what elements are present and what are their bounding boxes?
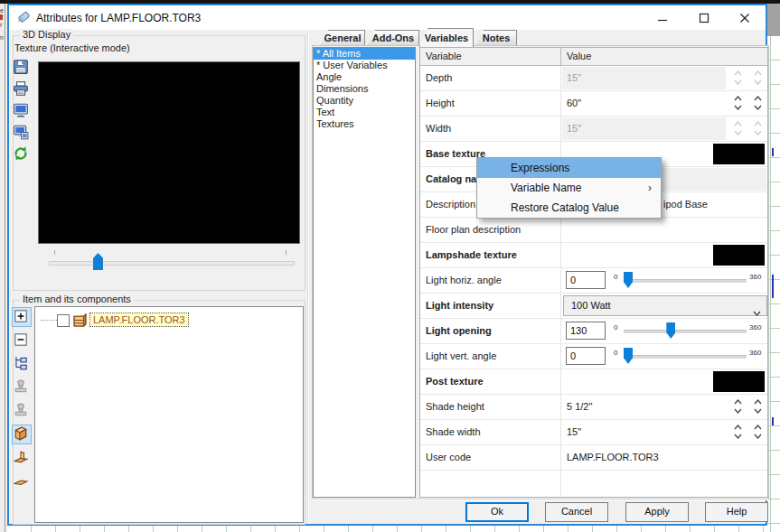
dialog-title: Attributes for LAMP.FLOOR.TOR3 <box>36 12 201 24</box>
preview-slider-track[interactable] <box>49 261 295 266</box>
spin-up-icon[interactable] <box>732 423 744 432</box>
spin-down-icon <box>752 78 764 87</box>
table-row: Light opening1300360 <box>420 319 767 344</box>
category-item[interactable]: * User Variables <box>314 60 415 71</box>
corner-3d-icon[interactable] <box>12 448 32 468</box>
display-icon[interactable] <box>12 101 32 121</box>
stamp-disabled-icon[interactable] <box>12 378 32 397</box>
texture-swatch[interactable] <box>713 371 765 392</box>
menu-item-restore-catalog-value[interactable]: Restore Catalog Value <box>477 198 661 218</box>
category-item[interactable]: Dimensions <box>314 83 415 95</box>
tab-variables[interactable]: Variables <box>419 28 474 47</box>
cube-3d-icon[interactable] <box>12 425 32 444</box>
dropdown-value: 100 Watt <box>571 300 611 311</box>
close-icon[interactable] <box>738 11 752 25</box>
slider-track[interactable] <box>624 330 747 333</box>
table-row: Height60" <box>420 91 767 117</box>
refresh-icon[interactable] <box>12 145 32 164</box>
screen: e r n Attributes for LAMP.FLOOR.TOR3 <box>0 0 780 532</box>
value-text[interactable]: 15" <box>567 426 581 437</box>
texture-preview-3d[interactable] <box>38 61 300 244</box>
table-row: Width15" <box>420 117 767 142</box>
collapse-all-icon[interactable] <box>12 331 32 350</box>
category-item[interactable]: Text <box>314 107 415 118</box>
help-button[interactable]: Help <box>705 502 768 522</box>
dimension-mark <box>772 148 774 156</box>
value-cell: 15" <box>561 420 767 444</box>
spin-down-icon[interactable] <box>732 103 744 112</box>
ok-button[interactable]: Ok <box>465 502 529 522</box>
category-item[interactable]: Quantity <box>314 95 415 107</box>
title-bar[interactable]: Attributes for LAMP.FLOOR.TOR3 <box>9 5 766 30</box>
texture-swatch[interactable] <box>713 245 765 266</box>
slider-thumb[interactable] <box>624 348 633 364</box>
maximize-icon[interactable] <box>697 11 711 25</box>
menu-item-expressions[interactable]: Expressions <box>477 158 661 178</box>
texture-swatch[interactable] <box>713 144 765 164</box>
value-text[interactable]: 60" <box>567 98 581 108</box>
slider-max-label: 360 <box>749 349 761 357</box>
background-drawing-area-bottom <box>7 526 767 532</box>
stamp-disabled2-icon[interactable] <box>12 401 32 421</box>
footer-separator <box>311 499 768 500</box>
value-text[interactable]: 5 1/2" <box>567 401 592 412</box>
tab-general[interactable]: General <box>320 30 365 46</box>
category-item[interactable]: * All Items <box>314 48 415 60</box>
angle-input[interactable]: 130 <box>566 322 606 340</box>
value-text[interactable]: LAMP.FLOOR.TOR3 <box>567 452 659 462</box>
category-item[interactable]: Angle <box>314 71 415 83</box>
slider-max-label: 360 <box>749 273 761 281</box>
spin-down-icon[interactable] <box>752 406 764 415</box>
variable-name: Light vert. angle <box>426 350 496 361</box>
value-text[interactable]: ipod Base <box>663 199 708 210</box>
apply-button[interactable]: Apply <box>625 502 689 522</box>
angle-input[interactable]: 0 <box>566 271 606 289</box>
spin-up-icon[interactable] <box>752 94 764 103</box>
flat-shape-icon[interactable] <box>12 471 32 491</box>
menu-item-variable-name[interactable]: Variable Name› <box>477 178 661 198</box>
spin-up-icon[interactable] <box>732 397 744 406</box>
slider-thumb[interactable] <box>624 272 633 288</box>
tree-item-checkbox[interactable] <box>57 314 70 327</box>
tree-item-label[interactable]: LAMP.FLOOR.TOR3 <box>89 313 189 327</box>
tab-notes[interactable]: Notes <box>475 30 517 46</box>
texture-mode-label: Texture (Interactive mode) <box>14 42 130 53</box>
spin-down-icon <box>752 128 764 137</box>
variable-name: Light horiz. angle <box>426 275 502 285</box>
spin-down-icon[interactable] <box>752 432 764 441</box>
expand-all-icon[interactable] <box>12 307 32 327</box>
category-item[interactable]: Textures <box>314 118 415 130</box>
intensity-dropdown[interactable]: 100 Watt <box>563 295 767 316</box>
value-cell: 00360 <box>561 268 767 293</box>
variable-name: Shade width <box>426 426 481 437</box>
spin-down-icon[interactable] <box>752 103 764 112</box>
save-icon[interactable] <box>12 58 32 78</box>
context-menu: ExpressionsVariable Name›Restore Catalog… <box>476 157 662 219</box>
tree-structure-icon[interactable] <box>12 354 32 374</box>
minimize-icon[interactable] <box>655 11 670 25</box>
spin-down-icon[interactable] <box>732 432 744 441</box>
components-tree[interactable]: LAMP.FLOOR.TOR3 <box>34 306 304 523</box>
slider-track[interactable] <box>624 355 747 359</box>
tab-add-ons[interactable]: Add-Ons <box>367 30 419 46</box>
spin-down-icon[interactable] <box>732 406 744 415</box>
value-cell <box>561 218 767 242</box>
slider-track[interactable] <box>624 279 747 283</box>
spin-up-icon <box>732 119 744 128</box>
cancel-button[interactable]: Cancel <box>545 502 608 522</box>
spin-up-icon[interactable] <box>732 94 744 103</box>
spin-up-icon[interactable] <box>752 423 764 432</box>
background-left-line <box>5 4 5 532</box>
display-copy-icon[interactable] <box>12 123 32 143</box>
spin-down-icon <box>732 128 744 137</box>
variable-name: Height <box>426 98 455 108</box>
variables-table: Variable Value Depth15"Height60"Width15"… <box>419 47 768 498</box>
spin-up-icon[interactable] <box>752 397 764 406</box>
variable-name: Post texture <box>426 376 484 387</box>
slider-min-label: 0 <box>614 323 617 331</box>
slider-thumb[interactable] <box>666 322 675 339</box>
angle-input[interactable]: 0 <box>566 347 606 365</box>
panel-divider <box>307 33 309 524</box>
print-icon[interactable] <box>12 79 32 99</box>
value-cell <box>561 243 767 267</box>
